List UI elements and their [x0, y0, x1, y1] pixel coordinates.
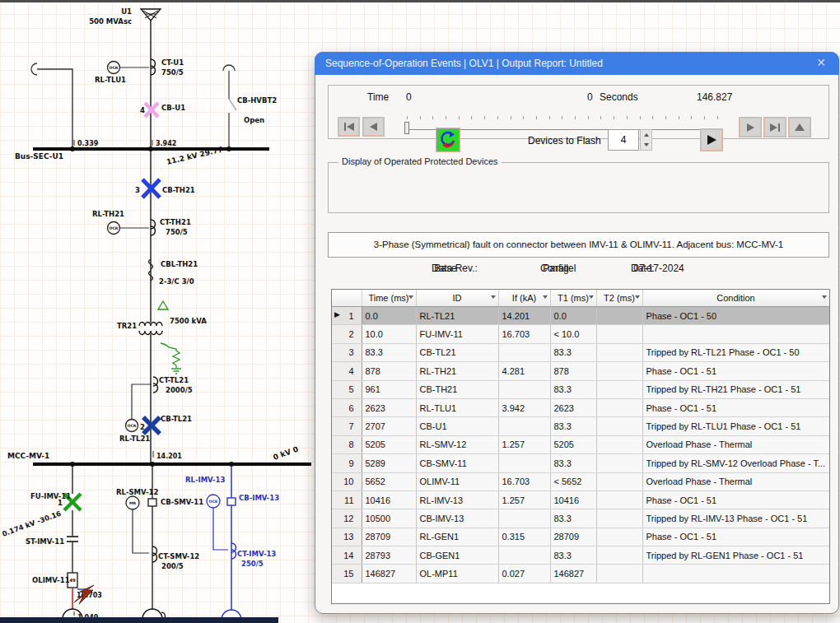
- row-header-cell[interactable]: 2: [332, 325, 362, 343]
- breaker-cb-hvbt2-open[interactable]: CB-HVBT2 Open: [223, 65, 277, 147]
- table-cell[interactable]: OLIMV-11: [416, 472, 498, 490]
- table-cell[interactable]: 10416: [362, 490, 416, 509]
- table-cell[interactable]: [596, 417, 642, 435]
- table-cell[interactable]: 5205: [550, 435, 596, 453]
- bus-sec-u1[interactable]: Bus-SEC-U1 0.339 3.942 11.2 kV 29.77: [15, 140, 269, 166]
- table-cell[interactable]: 83.3: [550, 454, 596, 472]
- row-header-cell[interactable]: 13: [332, 528, 362, 546]
- fuse-fu-imv-11-open-marker[interactable]: 1 FU-IMV-11: [30, 492, 81, 510]
- table-cell[interactable]: Tripped by RL-SMV-12 Overload Phase - T.…: [642, 454, 829, 472]
- table-cell[interactable]: RL-TL21: [416, 307, 498, 325]
- table-row[interactable]: 1210500CB-IMV-1383.3Tripped by RL-IMV-13…: [332, 509, 829, 528]
- close-icon[interactable]: ✕: [816, 52, 826, 73]
- table-cell[interactable]: 14.201: [498, 307, 550, 325]
- row-header-cell[interactable]: 5: [332, 380, 362, 398]
- breaker-cb-th21-trip-marker[interactable]: 3 CB-TH21: [135, 179, 195, 198]
- table-cell[interactable]: Phase - OC1 - 51: [642, 398, 829, 416]
- breaker-cb-smv-11[interactable]: CB-SMV-11: [148, 498, 203, 506]
- table-cell[interactable]: RL-GEN1: [416, 528, 498, 546]
- table-cell[interactable]: CB-SMV-11: [416, 454, 498, 472]
- table-row[interactable]: 383.3CB-TL2183.3Tripped by RL-TL21 Phase…: [332, 343, 829, 361]
- ct-u1[interactable]: CT-U1 750/5: [151, 58, 184, 77]
- table-cell[interactable]: [596, 472, 642, 490]
- table-cell[interactable]: [596, 509, 642, 528]
- table-row[interactable]: 105652OLIMV-1116.703< 5652Overload Phase…: [332, 472, 829, 490]
- row-header-cell[interactable]: 12: [332, 509, 362, 528]
- table-cell[interactable]: RL-TLU1: [416, 398, 498, 416]
- table-row[interactable]: 85205RL-SMV-121.2575205Overload Phase - …: [332, 435, 829, 453]
- table-cell[interactable]: 2623: [362, 398, 416, 416]
- table-cell[interactable]: 961: [362, 380, 416, 398]
- table-cell[interactable]: 83.3: [550, 546, 596, 565]
- table-cell[interactable]: 0.027: [498, 565, 550, 583]
- row-header-cell[interactable]: 4: [332, 362, 362, 380]
- table-cell[interactable]: CB-GEN1: [416, 546, 498, 565]
- skip-end-button[interactable]: [764, 118, 786, 137]
- table-cell[interactable]: 4.281: [498, 362, 550, 380]
- table-cell[interactable]: [596, 343, 642, 361]
- table-cell[interactable]: 5205: [362, 435, 416, 453]
- table-cell[interactable]: 0.315: [498, 528, 550, 546]
- table-row[interactable]: 1110416RL-IMV-131.25710416Phase - OC1 - …: [332, 490, 829, 509]
- table-cell[interactable]: RL-SMV-12: [416, 435, 498, 453]
- table-cell[interactable]: CB-IMV-13: [416, 509, 498, 528]
- table-cell[interactable]: [498, 454, 550, 472]
- table-cell[interactable]: 5289: [362, 454, 416, 472]
- column-filter-icon[interactable]: [491, 295, 496, 299]
- table-cell[interactable]: [498, 546, 550, 565]
- breaker-cb-u1-flash-marker[interactable]: 4 CB-U1: [140, 103, 185, 117]
- table-cell[interactable]: CB-TH21: [416, 380, 498, 398]
- flash-refresh-button[interactable]: [436, 128, 460, 151]
- column-header-t2[interactable]: T2 (ms): [596, 290, 642, 307]
- table-cell[interactable]: [596, 362, 642, 380]
- table-row[interactable]: 1428793CB-GEN183.3Tripped by RL-GEN1 Pha…: [332, 546, 829, 565]
- table-cell[interactable]: [596, 398, 642, 416]
- table-cell[interactable]: 146827: [550, 565, 596, 583]
- spinner-up-button[interactable]: [641, 130, 651, 140]
- table-cell[interactable]: Tripped by RL-TH21 Phase - OC1 - 51: [642, 380, 829, 398]
- page-up-button[interactable]: [789, 118, 810, 137]
- row-header-cell[interactable]: 15: [332, 565, 362, 583]
- table-cell[interactable]: [498, 343, 550, 361]
- ct-tl21[interactable]: CT-TL21 2000/5: [153, 376, 193, 394]
- table-cell[interactable]: 83.3: [550, 509, 596, 528]
- table-cell[interactable]: Phase - OC1 - 51: [642, 362, 829, 380]
- switch-st-imv-11[interactable]: ST-IMV-11: [26, 537, 78, 546]
- table-cell[interactable]: [596, 565, 642, 583]
- table-row[interactable]: ▶10.0RL-TL2114.2010.0Phase - OC1 - 50: [332, 307, 829, 325]
- overload-olimv-11[interactable]: 49 OLIMV-11: [32, 573, 77, 588]
- devices-to-flash-input[interactable]: 4: [608, 129, 639, 151]
- table-cell[interactable]: Tripped by RL-TL21 Phase - OC1 - 50: [642, 343, 829, 361]
- row-header-cell[interactable]: 9: [332, 454, 362, 472]
- column-header-condition[interactable]: Condition: [642, 290, 829, 307]
- column-filter-icon[interactable]: [589, 295, 594, 299]
- row-header-cell[interactable]: 10: [332, 472, 362, 490]
- table-cell[interactable]: 0.0: [362, 307, 416, 325]
- column-filter-icon[interactable]: [822, 295, 827, 299]
- table-cell[interactable]: CB-U1: [416, 417, 498, 435]
- table-cell[interactable]: 10500: [362, 509, 416, 528]
- table-cell[interactable]: 16.703: [498, 325, 550, 343]
- row-header-cell[interactable]: 3: [332, 343, 362, 361]
- step-back-button[interactable]: [363, 118, 384, 136]
- row-header-cell[interactable]: 8: [332, 435, 362, 453]
- table-row[interactable]: 4878RL-TH214.281878Phase - OC1 - 51: [332, 362, 829, 380]
- table-cell[interactable]: < 5652: [550, 472, 596, 490]
- time-slider-thumb[interactable]: [404, 122, 409, 134]
- column-filter-icon[interactable]: [408, 295, 413, 299]
- table-cell[interactable]: 878: [550, 362, 596, 380]
- table-cell[interactable]: 1.257: [498, 490, 550, 509]
- table-cell[interactable]: 2623: [550, 398, 596, 416]
- table-cell[interactable]: Phase - OC1 - 51: [642, 490, 829, 509]
- dialog-titlebar[interactable]: Sequence-of-Operation Events | OLV1 | Ou…: [315, 52, 839, 75]
- play-forward-button[interactable]: [740, 118, 761, 137]
- bus-mcc-mv-1[interactable]: 14.201 MCC-MV-1 0 kV 0: [7, 445, 311, 467]
- column-header-if[interactable]: If (kA): [498, 290, 550, 307]
- utility-source-u1[interactable]: U1 500 MVAsc: [89, 7, 161, 26]
- table-cell[interactable]: 83.3: [550, 417, 596, 435]
- flash-play-button[interactable]: [701, 129, 722, 151]
- table-cell[interactable]: 3.942: [498, 398, 550, 416]
- relay-rl-tlu1[interactable]: OCR RL-TLU1: [95, 62, 126, 85]
- table-cell[interactable]: Phase - OC1 - 51: [642, 528, 829, 546]
- column-header-id[interactable]: ID: [416, 290, 498, 307]
